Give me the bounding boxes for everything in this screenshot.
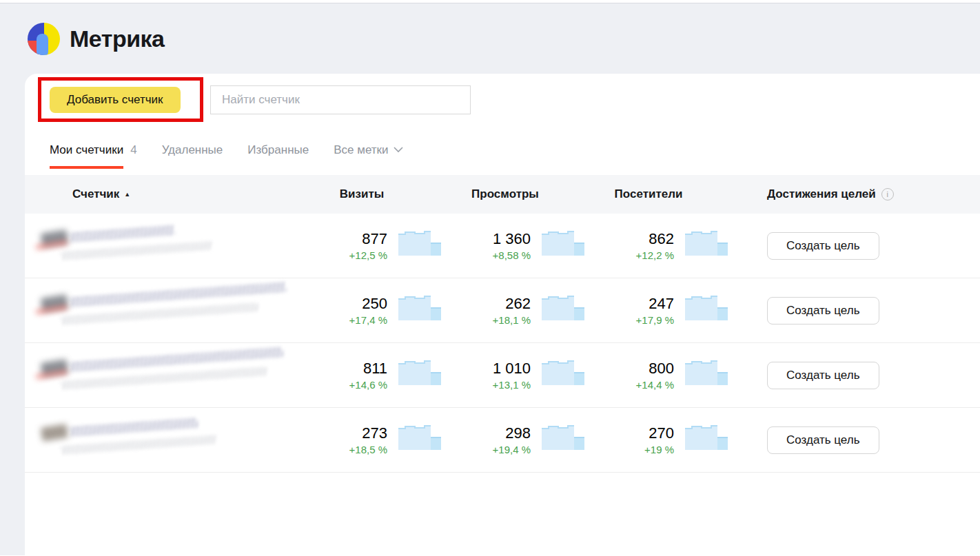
views-cell: 1 360 +8,58 % [458,228,601,264]
views-value: 298 [493,424,531,442]
counter-title-blurred [69,225,175,243]
table-row: 811 +14,6 % 1 010 +13,1 % [25,343,980,408]
counter-name-cell[interactable] [25,343,314,407]
info-icon[interactable]: i [881,188,894,200]
visits-cell: 273 +18,5 % [314,422,458,458]
create-goal-button[interactable]: Создать цель [767,426,879,454]
column-visits[interactable]: Визиты [314,187,458,201]
views-delta: +18,1 % [493,314,531,326]
goals-cell: Создать цель [744,362,980,389]
views-value: 1 360 [493,230,531,247]
visits-value: 250 [349,295,387,312]
visits-sparkline [398,293,441,320]
views-value: 262 [493,295,531,312]
tab-all-labels[interactable]: Все метки [334,143,402,169]
content-panel: Добавить счетчик Мои счетчики 4 Удаленны… [25,74,980,555]
create-goal-button[interactable]: Создать цель [767,232,879,260]
views-cell: 298 +19,4 % [458,422,601,458]
app-header: Метрика [0,3,980,74]
visitors-delta: +12,2 % [636,249,674,261]
table-row: 273 +18,5 % 298 +19,4 % [25,408,980,473]
views-delta: +8,58 % [493,249,531,261]
counter-name-cell[interactable] [25,214,314,278]
my-counters-count: 4 [130,143,136,157]
visitors-cell: 270 +19 % [601,422,744,458]
visitors-value: 800 [636,360,674,377]
visits-delta: +12,5 % [349,249,387,261]
counter-name-cell[interactable] [25,408,314,472]
counter-url-blurred [61,435,217,455]
column-visitors[interactable]: Посетители [601,187,744,201]
table-row: 877 +12,5 % 1 360 +8,58 % [25,214,980,278]
views-delta: +13,1 % [493,379,531,391]
goals-cell: Создать цель [744,297,980,325]
add-counter-button[interactable]: Добавить счетчик [50,87,181,113]
visits-sparkline [398,358,441,385]
counter-table-body: 877 +12,5 % 1 360 +8,58 % [25,214,980,473]
counter-tabs: Мои счетчики 4 Удаленные Избранные Все м… [25,143,980,169]
column-views[interactable]: Просмотры [458,187,601,201]
visitors-cell: 862 +12,2 % [601,228,744,264]
visitors-delta: +14,4 % [636,379,674,391]
search-counter-input[interactable] [210,85,471,114]
visitors-value: 270 [644,424,674,442]
visits-delta: +17,4 % [349,314,387,326]
sort-ascending-icon: ▲ [124,191,130,198]
table-row: 250 +17,4 % 262 +18,1 % [25,278,980,343]
tab-favorites[interactable]: Избранные [247,143,309,169]
counter-title-blurred [69,418,198,437]
visitors-sparkline [685,422,728,450]
views-sparkline [542,422,584,450]
visitors-value: 247 [636,295,674,312]
visits-value: 877 [349,230,387,247]
visits-sparkline [398,228,441,256]
metrika-logo[interactable]: Метрика [28,23,165,55]
visits-cell: 877 +12,5 % [314,228,458,264]
visitors-delta: +19 % [644,444,674,455]
views-sparkline [542,293,584,320]
visits-sparkline [398,422,441,450]
visitors-sparkline [685,358,728,385]
toolbar: Добавить счетчик [25,74,980,141]
counter-name-cell[interactable] [25,278,314,342]
table-header: Счетчик ▲ Визиты Просмотры Посетители До… [25,175,980,214]
visits-value: 811 [349,360,387,377]
views-sparkline [542,228,584,256]
chevron-down-icon [394,143,403,156]
views-delta: +19,4 % [493,444,531,455]
views-cell: 262 +18,1 % [458,293,601,329]
create-goal-button[interactable]: Создать цель [767,297,879,325]
visitors-sparkline [685,293,728,320]
visits-value: 273 [349,424,387,442]
visitors-cell: 247 +17,9 % [601,293,744,329]
goals-cell: Создать цель [744,232,980,260]
metrika-logo-icon [28,23,60,55]
visits-cell: 811 +14,6 % [314,358,458,393]
views-value: 1 010 [493,360,531,377]
visitors-value: 862 [636,230,674,247]
visitors-cell: 800 +14,4 % [601,358,744,393]
tab-my-counters[interactable]: Мои счетчики 4 [50,143,137,169]
visits-cell: 250 +17,4 % [314,293,458,329]
views-sparkline [542,358,584,385]
site-favicon-blurred [41,424,69,442]
counter-url-blurred [61,241,212,260]
views-cell: 1 010 +13,1 % [458,358,601,393]
visitors-delta: +17,9 % [636,314,674,326]
column-counter[interactable]: Счетчик ▲ [25,187,314,201]
visitors-sparkline [685,228,728,256]
main-area: Добавить счетчик Мои счетчики 4 Удаленны… [0,74,980,555]
visits-delta: +14,6 % [349,379,387,391]
goals-cell: Создать цель [744,426,980,454]
column-goals: Достижения целей i [744,187,980,201]
app-title: Метрика [70,25,165,52]
create-goal-button[interactable]: Создать цель [767,362,879,389]
visits-delta: +18,5 % [349,444,387,455]
tab-deleted[interactable]: Удаленные [162,143,223,169]
